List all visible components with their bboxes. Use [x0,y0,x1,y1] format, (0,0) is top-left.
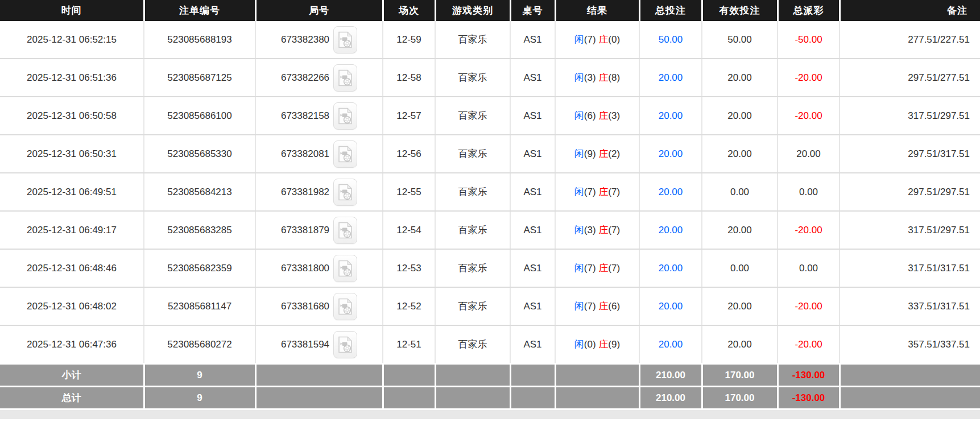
total-payout-cell: -20.00 [778,287,840,325]
valid-bet-cell: 0.00 [702,173,778,211]
table-row: 2025-12-31 06:48:02 523085681147 6733816… [0,287,980,325]
table-header-row: 时间 注单编号 局号 场次 游戏类别 桌号 结果 总投注 有效投注 总派彩 备注 [0,0,980,21]
round-number-cell: 673381800 [255,249,383,287]
valid-bet-cell: 20.00 [702,287,778,325]
banker-result-score: (8) [608,72,620,83]
video-replay-button[interactable] [333,217,357,244]
empty-cell [555,387,639,409]
player-result-score: (6) [584,110,596,121]
empty-cell [555,364,639,387]
remark-cell: 317.51/297.51 [840,211,980,249]
empty-cell [510,387,555,409]
col-header-game-type: 游戏类别 [435,0,510,21]
subtotal-valid-bet: 170.00 [702,364,778,387]
table-row: 2025-12-31 06:50:31 523085685330 6733820… [0,135,980,173]
banker-result-label: 庄 [598,34,608,45]
video-replay-button[interactable] [333,102,357,130]
table-row: 2025-12-31 06:49:17 523085683285 6733818… [0,211,980,249]
time-cell: 2025-12-31 06:47:36 [0,325,144,364]
col-header-total-payout: 总派彩 [778,0,840,21]
empty-cell [510,364,555,387]
subtotal-count: 9 [144,364,255,387]
round-number-cell: 673382158 [255,97,383,135]
total-bet-cell: 50.00 [639,21,702,59]
player-result-label: 闲 [574,110,584,121]
round-number: 673382081 [281,148,329,160]
table-number-cell: AS1 [510,135,555,173]
player-result-score: (7) [584,187,596,197]
banker-result-label: 庄 [598,187,608,197]
round-number-cell: 673381594 [255,325,383,364]
col-header-time: 时间 [0,0,144,21]
valid-bet-cell: 20.00 [702,211,778,249]
round-number-cell: 673381680 [255,287,383,325]
col-header-valid-bet: 有效投注 [702,0,778,21]
table-row: 2025-12-31 06:51:36 523085687125 6733822… [0,59,980,97]
banker-result-label: 庄 [598,225,608,235]
table-row: 2025-12-31 06:48:46 523085682359 6733818… [0,249,980,287]
valid-bet-cell: 20.00 [702,59,778,97]
result-cell: 闲(7) 庄(0) [555,21,639,59]
banker-result-score: (7) [608,187,620,197]
empty-cell [840,387,980,409]
empty-cell [840,364,980,387]
player-result-label: 闲 [574,301,584,312]
total-payout-cell: -50.00 [778,21,840,59]
total-bet-cell: 20.00 [639,211,702,249]
game-type-cell: 百家乐 [435,325,510,364]
table-row: 2025-12-31 06:47:36 523085680272 6733815… [0,325,980,364]
player-result-label: 闲 [574,225,584,235]
result-cell: 闲(7) 庄(7) [555,173,639,211]
player-result-label: 闲 [574,148,584,159]
bottom-strip [0,410,980,419]
bet-number-cell: 523085687125 [144,59,255,97]
video-replay-button[interactable] [333,331,357,358]
empty-cell [255,364,383,387]
total-bet-cell: 20.00 [639,249,702,287]
bet-number-cell: 523085685330 [144,135,255,173]
empty-cell [435,364,510,387]
empty-cell [435,387,510,409]
result-cell: 闲(3) 庄(8) [555,59,639,97]
table-row: 2025-12-31 06:52:15 523085688193 6733823… [0,21,980,59]
total-bet-cell: 20.00 [639,135,702,173]
table-number-cell: AS1 [510,21,555,59]
col-header-result: 结果 [555,0,639,21]
time-cell: 2025-12-31 06:48:46 [0,249,144,287]
banker-result-score: (7) [608,263,620,274]
time-cell: 2025-12-31 06:52:15 [0,21,144,59]
grand-total-label: 总计 [0,387,144,409]
grand-total-count: 9 [144,387,255,409]
remark-cell: 277.51/227.51 [840,21,980,59]
video-replay-button[interactable] [333,26,357,53]
video-replay-button[interactable] [333,293,357,320]
game-type-cell: 百家乐 [435,287,510,325]
session-cell: 12-59 [383,21,435,59]
round-number-cell: 673382380 [255,21,383,59]
player-result-label: 闲 [574,187,584,197]
video-replay-button[interactable] [333,255,357,282]
session-cell: 12-56 [383,135,435,173]
video-replay-button[interactable] [333,179,357,206]
total-payout-cell: 20.00 [778,135,840,173]
video-replay-icon [338,184,353,201]
banker-result-label: 庄 [598,339,608,350]
empty-cell [383,364,435,387]
session-cell: 12-52 [383,287,435,325]
round-number-cell: 673382266 [255,59,383,97]
valid-bet-cell: 20.00 [702,325,778,364]
video-replay-icon [338,336,353,353]
grand-total-total-payout: -130.00 [778,387,840,409]
subtotal-row: 小计 9 210.00 170.00 -130.00 [0,364,980,387]
table-row: 2025-12-31 06:49:51 523085684213 6733819… [0,173,980,211]
round-number: 673382266 [281,72,329,84]
player-result-score: (3) [584,72,596,83]
video-replay-icon [338,31,353,48]
video-replay-button[interactable] [333,64,357,92]
remark-cell: 357.51/337.51 [840,325,980,364]
col-header-remark: 备注 [840,0,980,21]
banker-result-score: (6) [608,301,620,312]
video-replay-button[interactable] [333,140,357,168]
col-header-table-number: 桌号 [510,0,555,21]
player-result-score: (7) [584,263,596,274]
